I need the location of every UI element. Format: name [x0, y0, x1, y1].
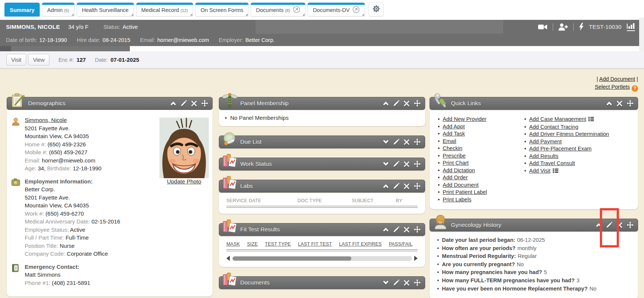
email-value: horner@mieweb.com	[158, 37, 209, 43]
sort-header-last-fit-expires[interactable]: LAST FIT EXPIRES	[339, 241, 382, 247]
open-in-new-window-icon[interactable]	[293, 6, 300, 15]
quick-link-add-pre-placement-exam[interactable]: Add Pre-Placement Exam	[529, 146, 592, 152]
close-icon[interactable]	[617, 222, 622, 228]
close-icon[interactable]	[404, 227, 409, 232]
quick-link-email[interactable]: Email	[443, 138, 456, 144]
tab-health-surveillance[interactable]: Health Surveillance	[77, 3, 134, 16]
close-icon[interactable]	[404, 161, 409, 167]
portlet-work-status: Work Status	[219, 153, 425, 170]
add-document-link[interactable]: Add Document	[599, 76, 635, 82]
enc-date-value: 07-01-2025	[110, 57, 139, 63]
move-icon[interactable]	[414, 161, 421, 167]
collapse-icon[interactable]	[383, 227, 389, 232]
tab-medical-record[interactable]: Medical Record (12)	[136, 3, 193, 16]
sort-header-pass-fail[interactable]: PASS/FAIL	[389, 241, 412, 247]
view-button[interactable]: View	[28, 54, 49, 66]
close-icon[interactable]	[404, 101, 409, 106]
move-icon[interactable]	[414, 139, 421, 145]
gyn-question: How many pregnancies have you had?	[442, 269, 542, 275]
quick-link-add-document[interactable]: Add Document	[443, 182, 479, 188]
edit-icon[interactable]	[393, 183, 399, 189]
work-phone-label: Work #:	[25, 210, 44, 217]
scroll-left-arrow[interactable]	[226, 256, 230, 261]
close-icon[interactable]	[404, 139, 409, 145]
sort-header-mask[interactable]: MASK	[226, 241, 240, 247]
sort-header-test-type[interactable]: TEST TYPE	[265, 241, 291, 247]
move-icon[interactable]	[627, 222, 634, 228]
flowsheet-chart-icon[interactable]	[627, 23, 635, 31]
edit-icon[interactable]	[606, 222, 612, 228]
expand-icon[interactable]	[383, 162, 389, 166]
visit-button[interactable]: Visit	[6, 54, 26, 66]
tab-summary[interactable]: Summary	[4, 3, 40, 16]
edit-icon[interactable]	[181, 100, 187, 106]
open-in-new-window-icon[interactable]	[352, 6, 360, 15]
tab-on-screen-forms[interactable]: On Screen Forms	[195, 3, 248, 16]
tab-documents[interactable]: Documents (8)	[251, 3, 305, 16]
quick-link-add-new-provider[interactable]: Add New Provider	[443, 116, 486, 122]
move-icon[interactable]	[414, 100, 421, 107]
quick-link-print-labels[interactable]: Print Labels	[443, 197, 471, 203]
list-grid-icon[interactable]	[588, 116, 594, 122]
close-icon[interactable]	[404, 183, 409, 189]
chart-document-icon	[222, 175, 238, 192]
quick-link-print-chart[interactable]: Print Chart	[443, 160, 468, 166]
scrollbar-thumb[interactable]	[233, 256, 351, 261]
scrollbar-track[interactable]	[232, 256, 412, 261]
tab-documents-dv[interactable]: Documents-DV	[308, 3, 365, 16]
quick-link-add-driver-fitness-determination[interactable]: Add Driver Fitness Determination	[529, 131, 609, 137]
tab-admin[interactable]: Admin (5)	[42, 3, 74, 16]
enc-number-value: 127	[76, 57, 86, 63]
quick-link-print-patient-label[interactable]: Print Patient Label	[443, 189, 487, 195]
portlet-title: Gynecology History	[451, 222, 501, 228]
quick-link-add-dictation[interactable]: Add Dictation	[443, 167, 475, 173]
header-scrollbar-thumb[interactable]	[0, 46, 11, 51]
collapse-icon[interactable]	[383, 184, 389, 188]
edit-icon[interactable]	[393, 280, 399, 286]
mobile-phone-value: (650) 459-2627	[49, 149, 88, 155]
edit-icon[interactable]	[393, 100, 399, 106]
quick-link-add-contact-tracing[interactable]: Add Contact Tracing	[529, 124, 578, 130]
close-icon[interactable]	[617, 101, 622, 106]
quick-action-bolt-icon[interactable]	[579, 23, 584, 31]
help-icon[interactable]: ?	[632, 85, 638, 92]
sort-header-size[interactable]: SIZE	[247, 241, 258, 247]
quick-link-add-results[interactable]: Add Results	[529, 153, 558, 159]
move-icon[interactable]	[201, 100, 208, 107]
scroll-right-arrow[interactable]	[414, 256, 418, 261]
video-call-icon[interactable]	[538, 24, 547, 30]
quick-link-prescribe[interactable]: Prescribe	[443, 153, 466, 159]
collapse-icon[interactable]	[170, 101, 176, 106]
header-scrollbar[interactable]	[0, 46, 130, 51]
sort-header-last-fit-test[interactable]: LAST FIT TEST	[298, 241, 332, 247]
tab-settings-button[interactable]	[369, 3, 384, 16]
collapse-icon[interactable]	[383, 101, 389, 106]
edit-icon[interactable]	[393, 161, 399, 167]
edit-icon[interactable]	[393, 139, 399, 145]
list-grid-icon[interactable]	[553, 168, 558, 174]
move-icon[interactable]	[414, 183, 421, 189]
quick-link-add-case-management[interactable]: Add Case Management	[529, 116, 586, 122]
quick-link-checkin[interactable]: Checkin	[443, 145, 462, 151]
edit-icon[interactable]	[393, 226, 399, 232]
add-person-icon[interactable]	[558, 23, 568, 31]
select-portlets-link[interactable]: Select Portlets	[595, 84, 630, 90]
expand-icon[interactable]	[383, 140, 389, 144]
close-icon[interactable]	[191, 101, 197, 106]
quick-link-add-payment[interactable]: Add Payment	[529, 139, 562, 145]
quick-link-add-visit[interactable]: Add Visit	[529, 168, 550, 174]
move-icon[interactable]	[627, 100, 634, 107]
patient-name-link[interactable]: Simmons, Nicole	[25, 117, 67, 123]
quick-link-add-appt[interactable]: Add Appt	[443, 124, 465, 130]
quick-link-add-task[interactable]: Add Task	[443, 131, 465, 137]
collapse-icon[interactable]	[596, 223, 602, 227]
update-photo-link[interactable]: Update Photo	[167, 178, 201, 185]
collapse-icon[interactable]	[606, 101, 612, 106]
divider	[573, 23, 574, 31]
move-icon[interactable]	[414, 226, 421, 233]
quick-link-add-travel-consult[interactable]: Add Travel Consult	[529, 160, 575, 166]
close-icon[interactable]	[404, 280, 409, 286]
move-icon[interactable]	[414, 279, 421, 286]
expand-icon[interactable]	[383, 280, 389, 285]
quick-link-add-order[interactable]: Add Order	[443, 174, 468, 180]
